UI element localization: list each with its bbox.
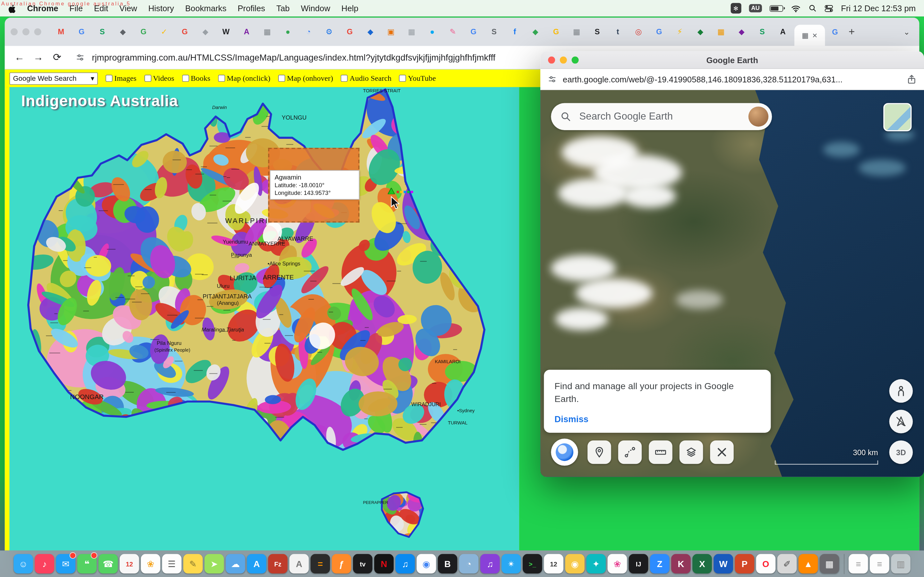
checkbox-audio-search-input[interactable] — [341, 75, 348, 82]
tab-close-icon[interactable]: ✕ — [812, 31, 817, 39]
checkbox-books-input[interactable] — [182, 75, 189, 82]
tab-favicon-1[interactable]: G — [71, 18, 92, 46]
menu-app-name[interactable]: Chrome — [27, 3, 58, 13]
dock-mail[interactable]: ✉ — [56, 552, 76, 575]
dock-photos-alt[interactable]: ❀ — [607, 552, 627, 575]
zoom-window-button[interactable] — [572, 56, 579, 63]
dock-app-store[interactable]: A — [247, 552, 267, 575]
earth-viewport[interactable]: 3D Find and manage all your projects in … — [540, 90, 924, 477]
dock-bbedit[interactable]: B — [438, 552, 457, 575]
3d-toggle-button[interactable]: 3D — [889, 440, 913, 464]
dock-chrome-alt[interactable]: ◉ — [565, 552, 585, 575]
dock-document-1[interactable]: ≡ — [848, 552, 868, 575]
checkbox-youtube-input[interactable] — [399, 75, 406, 82]
earth-search-bar[interactable] — [551, 103, 772, 130]
checkbox-map-onclick-input[interactable] — [218, 75, 225, 82]
minimize-window-button[interactable] — [23, 28, 29, 35]
tab-search-chevron-icon[interactable]: ⌄ — [903, 27, 913, 36]
dock-notes[interactable]: ✎ — [183, 552, 203, 575]
checkbox-youtube[interactable]: YouTube — [399, 74, 436, 83]
tab-favicon-26[interactable]: S — [587, 18, 607, 46]
input-source-badge[interactable]: AU — [749, 4, 762, 13]
dock-calendar[interactable]: 12 — [120, 552, 139, 575]
menu-edit[interactable]: Edit — [94, 3, 108, 13]
tab-favicon-34[interactable]: S — [752, 18, 772, 46]
dock-krita[interactable]: K — [671, 552, 691, 575]
dock-teal-app[interactable]: ✦ — [586, 552, 606, 575]
dock-safari[interactable]: ✴ — [501, 552, 521, 575]
dock-calendar-date[interactable]: 12 — [543, 552, 564, 575]
tab-favicon-35[interactable]: A — [772, 18, 793, 46]
tab-favicon-25[interactable]: ▦ — [566, 18, 587, 46]
tab-favicon-7[interactable]: ◆ — [195, 18, 216, 46]
tab-favicon-9[interactable]: A — [236, 18, 257, 46]
tab-favicon-31[interactable]: ◆ — [690, 18, 711, 46]
tab-favicon-28[interactable]: ◎ — [628, 18, 649, 46]
dock-pen-app[interactable]: ✐ — [777, 552, 797, 575]
tab-favicon-18[interactable]: ● — [422, 18, 443, 46]
dock-reminders[interactable]: ☰ — [162, 552, 182, 575]
tab-favicon-33[interactable]: ◆ — [731, 18, 752, 46]
site-settings-icon[interactable] — [548, 74, 557, 84]
dock-apple-tv[interactable]: tv — [352, 552, 373, 575]
dock-document-2[interactable]: ≡ — [869, 552, 889, 575]
tab-favicon-29[interactable]: G — [649, 18, 669, 46]
apple-menu-icon[interactable] — [8, 4, 16, 13]
pegman-button[interactable] — [889, 379, 913, 403]
checkbox-videos[interactable]: Videos — [144, 74, 174, 83]
wifi-icon[interactable] — [791, 5, 801, 12]
menu-profiles[interactable]: Profiles — [238, 3, 265, 13]
spotlight-search-icon[interactable] — [809, 4, 817, 13]
menu-file[interactable]: File — [69, 3, 83, 13]
checkbox-map-onclick[interactable]: Map (onclick) — [218, 74, 270, 83]
account-avatar[interactable] — [748, 106, 768, 126]
projects-globe-button[interactable] — [551, 438, 578, 466]
dock-messages[interactable]: ❝ — [77, 552, 97, 575]
tab-favicon-2[interactable]: S — [92, 18, 113, 46]
dock-terminal[interactable]: >_ — [522, 552, 542, 575]
tab-favicon-19[interactable]: ✎ — [443, 18, 463, 46]
tab-favicon-23[interactable]: ◆ — [525, 18, 546, 46]
dismiss-button[interactable]: Dismiss — [554, 414, 588, 424]
close-window-button[interactable] — [548, 56, 555, 63]
dock-weather[interactable]: ☁ — [226, 552, 246, 575]
dock-photos[interactable]: ❀ — [141, 552, 160, 575]
menu-help[interactable]: Help — [341, 3, 359, 13]
draw-path-button[interactable] — [618, 440, 642, 464]
checkbox-images[interactable]: Images — [105, 74, 137, 83]
dock-chrome[interactable]: ◉ — [417, 552, 436, 575]
dock-opera[interactable]: O — [756, 552, 776, 575]
site-settings-icon[interactable] — [75, 53, 85, 62]
dock-firefox[interactable]: ƒ — [331, 552, 351, 575]
checkbox-books[interactable]: Books — [182, 74, 210, 83]
close-window-button[interactable] — [11, 28, 18, 35]
new-tab-button[interactable]: + — [849, 26, 855, 38]
tab-favicon-5[interactable]: ✓ — [153, 18, 174, 46]
back-button[interactable]: ← — [11, 52, 28, 63]
placemark-pin-button[interactable] — [588, 440, 611, 464]
menu-bookmarks[interactable]: Bookmarks — [185, 3, 226, 13]
tab-favicon-0[interactable]: M — [51, 18, 71, 46]
dock-finder[interactable]: ☺ — [13, 552, 33, 575]
tab-favicon-14[interactable]: G — [339, 18, 360, 46]
tab-favicon-20[interactable]: G — [463, 18, 484, 46]
dock-preview[interactable]: ◔ — [459, 552, 479, 575]
overview-minimap[interactable] — [883, 103, 911, 131]
share-icon[interactable] — [906, 74, 917, 85]
checkbox-images-input[interactable] — [105, 75, 113, 82]
dock-music[interactable]: ♪ — [34, 552, 54, 575]
tab-favicon-30[interactable]: ⚡ — [670, 18, 690, 46]
checkbox-map-onhover[interactable]: Map (onhover) — [278, 74, 333, 83]
zoom-window-button[interactable] — [34, 28, 41, 35]
dock-filezilla[interactable]: Fz — [268, 552, 288, 575]
dock-vlc[interactable]: ▲ — [798, 552, 818, 575]
tab-favicon-last[interactable]: G — [826, 27, 844, 36]
control-center-icon[interactable] — [825, 4, 834, 13]
tab-favicon-22[interactable]: f — [504, 18, 525, 46]
menu-view[interactable]: View — [120, 3, 137, 13]
dock-calculator[interactable]: = — [310, 552, 330, 575]
dock-trash[interactable]: ▥ — [891, 552, 911, 575]
tab-favicon-13[interactable]: ⚙ — [319, 18, 339, 46]
status-app-icon[interactable]: ✻ — [730, 3, 741, 13]
search-engine-select[interactable]: Google Web Search ▾ — [9, 72, 98, 85]
